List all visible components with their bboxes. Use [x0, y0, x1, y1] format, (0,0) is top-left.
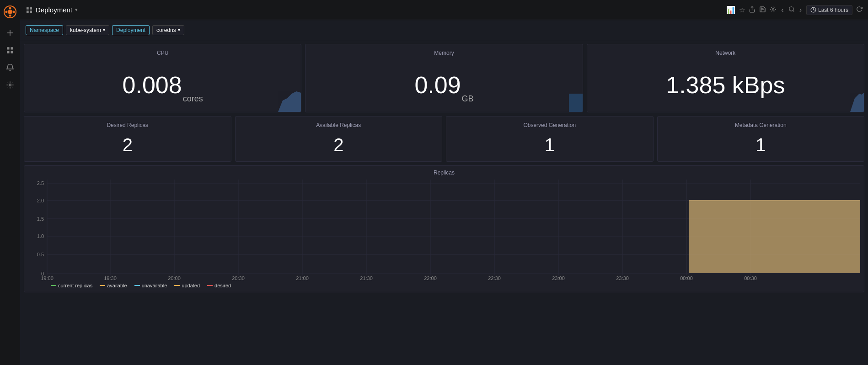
cpu-card: CPU 0.008 cores: [24, 44, 301, 112]
observed-generation-card: Observed Generation 1: [446, 116, 654, 162]
zoom-icon[interactable]: [788, 6, 795, 14]
deployment-dropdown-arrow: ▾: [178, 27, 180, 32]
svg-rect-8: [7, 51, 9, 53]
legend-label-unavailable: unavailable: [142, 283, 167, 288]
replicas-chart-title: Replicas: [28, 169, 860, 176]
svg-point-4: [5, 11, 8, 13]
metadata-generation-title: Metadata Generation: [665, 122, 857, 128]
cpu-sparkline: [264, 85, 301, 112]
svg-text:1.5: 1.5: [37, 216, 44, 222]
observed-generation-title: Observed Generation: [454, 122, 646, 128]
replicas-chart-panel: Replicas 2.5 2.0 1.5 1.0 0.5 0: [24, 165, 864, 292]
deployment-selector[interactable]: coredns ▾: [152, 25, 184, 35]
observed-generation-value: 1: [454, 134, 646, 156]
time-range-label: Last 6 hours: [818, 7, 848, 13]
replicas-chart-area: 2.5 2.0 1.5 1.0 0.5 0: [28, 180, 860, 280]
refresh-icon[interactable]: [856, 6, 863, 14]
svg-rect-11: [27, 7, 29, 10]
svg-text:21:00: 21:00: [296, 275, 309, 280]
sidebar-item-alerts[interactable]: [2, 59, 18, 76]
memory-card-title: Memory: [313, 50, 575, 56]
svg-rect-14: [30, 11, 32, 13]
replicas-chart-svg: 2.5 2.0 1.5 1.0 0.5 0: [28, 180, 860, 280]
share-icon[interactable]: [749, 6, 755, 14]
replica-cards-row: Desired Replicas 2 Available Replicas 2 …: [24, 116, 864, 162]
legend-unavailable: unavailable: [134, 283, 167, 288]
sidebar-item-add[interactable]: [2, 25, 18, 41]
cpu-card-value: 0.008 cores: [32, 63, 294, 106]
sidebar-item-settings[interactable]: [2, 77, 18, 93]
svg-text:20:30: 20:30: [232, 275, 245, 280]
svg-text:00:30: 00:30: [744, 275, 757, 280]
svg-point-15: [772, 8, 774, 10]
star-icon[interactable]: ☆: [739, 6, 745, 14]
desired-replicas-title: Desired Replicas: [32, 122, 224, 128]
svg-rect-12: [30, 7, 32, 10]
available-replicas-card: Available Replicas 2: [235, 116, 443, 162]
desired-replicas-value: 2: [32, 134, 224, 156]
svg-text:23:00: 23:00: [552, 275, 565, 280]
chart-legend: current replicas available unavailable u…: [28, 280, 860, 288]
deployment-label: Deployment: [112, 25, 150, 35]
svg-marker-18: [278, 91, 301, 112]
sidebar-item-dashboards[interactable]: [2, 42, 18, 58]
page-title-area: Deployment ▾: [26, 6, 78, 14]
svg-point-10: [9, 84, 11, 86]
svg-point-1: [8, 10, 12, 14]
page-title: Deployment: [36, 6, 72, 14]
stat-cards-row: CPU 0.008 cores Memory 0.09 GB: [24, 44, 864, 112]
chart-bar-end: [689, 201, 860, 273]
metadata-generation-value: 1: [665, 134, 857, 156]
svg-marker-20: [850, 93, 864, 112]
svg-text:2.0: 2.0: [37, 198, 44, 203]
svg-text:0.5: 0.5: [37, 252, 44, 257]
memory-card: Memory 0.09 GB: [305, 44, 583, 112]
legend-label-desired: desired: [214, 283, 231, 288]
legend-updated: updated: [174, 283, 200, 288]
svg-text:19:30: 19:30: [104, 275, 117, 280]
legend-dot-available: [100, 285, 105, 286]
legend-dot-current: [51, 285, 56, 286]
time-range-picker[interactable]: Last 6 hours: [806, 5, 852, 15]
legend-dot-unavailable: [134, 285, 140, 286]
svg-text:22:30: 22:30: [488, 275, 501, 280]
settings-icon[interactable]: [770, 6, 777, 14]
svg-rect-6: [7, 47, 9, 49]
legend-available: available: [100, 283, 127, 288]
app-logo[interactable]: [2, 4, 18, 20]
metadata-generation-card: Metadata Generation 1: [657, 116, 865, 162]
desired-replicas-card: Desired Replicas 2: [24, 116, 231, 162]
svg-point-2: [9, 7, 11, 10]
legend-dot-updated: [174, 285, 180, 286]
namespace-selector[interactable]: kube-system ▾: [66, 25, 109, 35]
namespace-dropdown-arrow: ▾: [103, 27, 105, 32]
svg-point-3: [9, 15, 11, 17]
chart-x-axis: 19:00 19:30 20:00 20:30 21:00 21:30 22:0…: [41, 275, 757, 280]
svg-text:00:00: 00:00: [680, 275, 693, 280]
memory-sparkline: [546, 85, 583, 112]
nav-next-button[interactable]: ›: [798, 6, 803, 14]
svg-rect-9: [11, 51, 13, 53]
main-content: Deployment ▾ 📊 ☆ ‹ › Last 6 hours: [20, 0, 868, 365]
svg-text:23:30: 23:30: [616, 275, 629, 280]
add-panel-icon[interactable]: 📊: [726, 5, 735, 14]
memory-card-value: 0.09 GB: [313, 63, 575, 106]
svg-rect-7: [11, 47, 13, 49]
legend-label-current: current replicas: [58, 283, 92, 288]
save-icon[interactable]: [759, 6, 766, 14]
sidebar: [0, 0, 20, 365]
filterbar: Namespace kube-system ▾ Deployment cored…: [20, 20, 868, 40]
svg-rect-19: [569, 94, 583, 112]
svg-point-5: [13, 11, 15, 13]
chart-y-axis: 2.5 2.0 1.5 1.0 0.5 0: [37, 180, 44, 276]
title-dropdown-arrow[interactable]: ▾: [75, 7, 78, 13]
available-replicas-value: 2: [243, 134, 435, 156]
topbar: Deployment ▾ 📊 ☆ ‹ › Last 6 hours: [20, 0, 868, 20]
svg-text:22:00: 22:00: [424, 275, 437, 280]
svg-text:19:00: 19:00: [41, 275, 54, 280]
legend-desired: desired: [207, 283, 231, 288]
svg-text:21:30: 21:30: [360, 275, 373, 280]
cpu-card-title: CPU: [32, 50, 294, 56]
nav-prev-button[interactable]: ‹: [780, 6, 784, 14]
svg-text:2.5: 2.5: [37, 180, 44, 186]
